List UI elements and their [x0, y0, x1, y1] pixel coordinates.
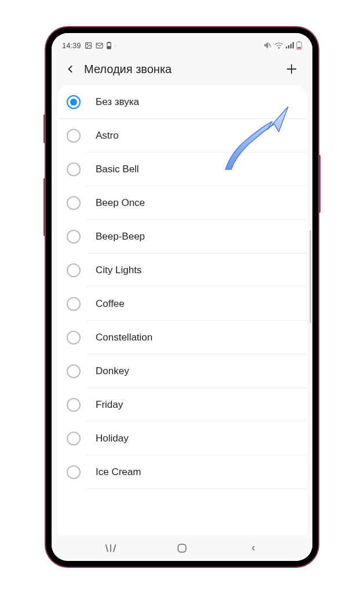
svg-rect-11 — [293, 42, 294, 49]
ringtone-label: Astro — [96, 130, 119, 142]
ringtone-item[interactable]: Ice Cream — [86, 455, 307, 489]
image-icon — [85, 42, 92, 49]
battery-small-icon — [107, 42, 111, 49]
radio-button[interactable] — [67, 331, 81, 345]
svg-rect-2 — [96, 43, 103, 48]
phone-frame: 14:39 · — [46, 27, 318, 567]
ringtone-label: Beep Once — [96, 197, 145, 209]
svg-line-17 — [105, 545, 107, 552]
signal-icon — [286, 42, 294, 49]
mail-icon — [96, 42, 103, 49]
add-button[interactable] — [280, 57, 303, 81]
ringtone-item[interactable]: Donkey — [86, 354, 307, 388]
recents-button[interactable] — [93, 539, 128, 557]
ringtone-item[interactable]: Coffee — [86, 287, 307, 321]
ringtone-item[interactable]: Без звука — [57, 85, 307, 119]
mute-icon — [264, 41, 272, 49]
radio-button[interactable] — [67, 398, 81, 412]
battery-icon — [296, 41, 302, 50]
screen: 14:39 · — [52, 33, 312, 561]
svg-rect-13 — [298, 41, 300, 42]
ringtone-item[interactable]: Constellation — [86, 321, 307, 354]
ringtone-item[interactable]: City Lights — [86, 253, 307, 287]
scrollbar[interactable] — [310, 230, 311, 323]
svg-rect-4 — [108, 42, 109, 43]
app-header: Мелодия звонка — [52, 53, 312, 85]
radio-button[interactable] — [67, 196, 81, 210]
ringtone-item[interactable]: Friday — [86, 388, 307, 422]
radio-button[interactable] — [67, 129, 81, 143]
radio-button[interactable] — [67, 297, 81, 311]
radio-button[interactable] — [67, 162, 81, 176]
ringtone-label: Без звука — [96, 96, 139, 108]
radio-button[interactable] — [67, 263, 81, 277]
ringtone-item[interactable]: Holiday — [86, 422, 307, 455]
ringtone-list: Без звукаAstroBasic BellBeep OnceBeep-Be… — [57, 85, 307, 535]
svg-rect-8 — [286, 46, 287, 48]
status-time: 14:39 — [62, 41, 81, 50]
svg-rect-5 — [107, 46, 110, 48]
svg-rect-20 — [178, 544, 186, 552]
ringtone-label: Beep-Beep — [96, 231, 145, 242]
svg-rect-14 — [297, 47, 301, 49]
status-bar: 14:39 · — [52, 33, 312, 53]
svg-rect-9 — [288, 45, 289, 48]
home-button[interactable] — [165, 539, 199, 557]
ringtone-label: Constellation — [96, 332, 152, 343]
ringtone-item[interactable]: Basic Bell — [86, 153, 307, 186]
nav-back-button[interactable] — [236, 539, 271, 557]
ringtone-item[interactable]: Beep Once — [86, 186, 307, 220]
radio-button[interactable] — [67, 95, 81, 109]
ringtone-label: Friday — [96, 399, 123, 411]
wifi-icon — [274, 42, 283, 49]
page-title: Мелодия звонка — [84, 63, 280, 76]
ringtone-item[interactable]: Beep-Beep — [86, 220, 307, 253]
svg-line-6 — [269, 44, 271, 48]
navigation-bar — [52, 535, 312, 561]
radio-button[interactable] — [67, 432, 81, 446]
ringtone-label: Holiday — [96, 433, 129, 444]
ringtone-label: Basic Bell — [96, 164, 139, 175]
ringtone-label: Donkey — [96, 365, 129, 377]
back-button[interactable] — [61, 60, 79, 78]
radio-button[interactable] — [67, 465, 81, 479]
radio-button[interactable] — [67, 364, 81, 378]
svg-point-1 — [86, 44, 88, 45]
svg-point-7 — [278, 48, 279, 49]
ringtone-label: Ice Cream — [96, 466, 141, 478]
svg-rect-10 — [290, 44, 292, 49]
radio-button[interactable] — [67, 230, 81, 244]
ringtone-item[interactable]: Astro — [86, 119, 307, 153]
ringtone-label: Coffee — [96, 298, 125, 310]
svg-line-19 — [114, 545, 115, 552]
ringtone-label: City Lights — [96, 265, 141, 276]
status-dot: · — [115, 41, 117, 50]
